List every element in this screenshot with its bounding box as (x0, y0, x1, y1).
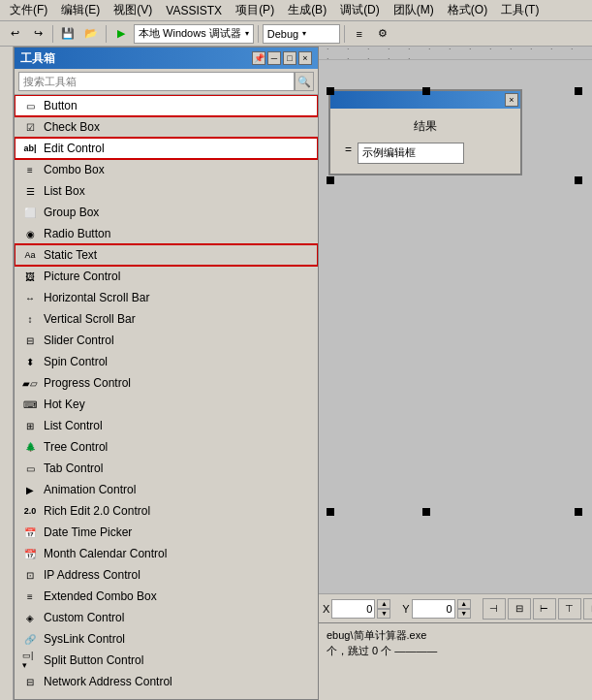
y-spin-down[interactable]: ▼ (457, 609, 471, 619)
resize-handle-mr[interactable] (575, 176, 582, 184)
tool-item-spincontrol[interactable]: ⬍ Spin Control (15, 351, 318, 372)
tool-item-hscrollbar[interactable]: ↔ Horizontal Scroll Bar (15, 287, 318, 308)
y-spin-up[interactable]: ▲ (457, 599, 471, 609)
tool-item-vscrollbar[interactable]: ↕ Vertical Scroll Bar (15, 308, 318, 330)
tool-item-combobox[interactable]: ≡ Combo Box (15, 159, 318, 180)
monthcalendar-icon: 📆 (22, 546, 38, 561)
toolbox-pin-btn[interactable]: 📌 (252, 51, 265, 65)
resize-handle-tc[interactable] (422, 87, 430, 95)
tool-item-networkaddress[interactable]: ⊟ Network Address Control (15, 671, 318, 692)
vscrollbar-icon: ↕ (22, 311, 38, 327)
resize-handle-ml[interactable] (327, 176, 334, 184)
align-middle-btn[interactable]: ⊞ (583, 598, 592, 620)
toolbar-undo[interactable]: ↩ (4, 23, 25, 45)
tool-item-ipaddress[interactable]: ⊡ IP Address Control (15, 564, 318, 586)
menu-vassistx[interactable]: VASSISTX (160, 2, 228, 19)
toolbar-open[interactable]: 📂 (80, 23, 102, 45)
menu-debug[interactable]: 调试(D) (334, 0, 386, 20)
toolbox-search-input[interactable] (18, 72, 295, 91)
toolbox-search-bar: 🔍 (15, 69, 318, 95)
tool-label-tabcontrol: Tab Control (44, 461, 103, 475)
align-left-btn[interactable]: ⊣ (483, 598, 506, 620)
ipaddress-icon: ⊡ (22, 567, 38, 583)
tool-item-checkbox[interactable]: ☑ Check Box (15, 116, 318, 138)
toolbox-panel: 工具箱 📌 ─ □ × 🔍 ▭ Button ☑ Check Box (14, 47, 319, 700)
tool-item-listbox[interactable]: ☰ List Box (15, 180, 318, 202)
menu-tools[interactable]: 工具(T) (495, 0, 545, 20)
toolbox-close-btn[interactable]: × (298, 51, 312, 65)
menu-edit[interactable]: 编辑(E) (55, 0, 106, 20)
debug-target-dropdown[interactable]: 本地 Windows 调试器 ▾ (134, 24, 254, 44)
tool-item-customcontrol[interactable]: ◈ Custom Control (15, 607, 318, 628)
status-bar: ebug\简单计算器.exe 个，跳过 0 个 ———— (319, 622, 592, 700)
tool-item-button[interactable]: ▭ Button (15, 95, 318, 116)
tool-item-extendedcombo[interactable]: ≡ Extended Combo Box (15, 586, 318, 607)
dialog-body: 结果 = 示例编辑框 (330, 109, 520, 174)
toolbox-titlebar: 工具箱 📌 ─ □ × (15, 48, 318, 69)
menu-file[interactable]: 文件(F) (4, 0, 53, 20)
resize-handle-tr[interactable] (575, 87, 582, 95)
resize-handle-bc[interactable] (422, 508, 430, 516)
tool-item-treecontrol[interactable]: 🌲 Tree Control (15, 436, 318, 458)
radiobutton-icon: ◉ (22, 226, 38, 241)
tool-item-hotkey[interactable]: ⌨ Hot Key (15, 394, 318, 415)
config-dropdown[interactable]: Debug ▾ (263, 24, 340, 44)
tool-item-statictext[interactable]: Aa Static Text (15, 244, 318, 266)
align-buttons-group: ⊣ ⊟ ⊢ ⊤ ⊞ ⊥ ≡ ⊞ (483, 598, 592, 620)
editor-canvas[interactable]: × 结果 = 示例编辑框 (319, 60, 592, 593)
customcontrol-icon: ◈ (22, 610, 38, 625)
toolbar-play[interactable]: ▶ (110, 23, 132, 45)
x-input[interactable] (331, 599, 375, 619)
align-top-btn[interactable]: ⊤ (558, 598, 581, 620)
tool-label-splitbutton: Split Button Control (44, 653, 143, 667)
tool-label-extendedcombo: Extended Combo Box (44, 589, 157, 603)
tool-label-richedit: Rich Edit 2.0 Control (44, 504, 150, 518)
tool-item-animationcontrol[interactable]: ▶ Animation Control (15, 479, 318, 500)
tool-item-progresscontrol[interactable]: ▰▱ Progress Control (15, 372, 318, 394)
picturecontrol-icon: 🖼 (22, 269, 38, 284)
toolbox-minimize-btn[interactable]: ─ (267, 51, 281, 65)
menu-team[interactable]: 团队(M) (388, 0, 440, 20)
tool-label-statictext: Static Text (44, 248, 97, 262)
toolbar-extra2[interactable]: ⚙ (372, 23, 393, 45)
debug-target-arrow: ▾ (245, 29, 249, 38)
tool-item-groupbox[interactable]: ⬜ Group Box (15, 202, 318, 223)
tool-item-richedit[interactable]: 2.0 Rich Edit 2.0 Control (15, 500, 318, 522)
tool-label-vscrollbar: Vertical Scroll Bar (44, 312, 136, 326)
status-line2: 个，跳过 0 个 ———— (327, 643, 584, 658)
tool-label-listbox: List Box (44, 184, 85, 198)
tool-item-listcontrol[interactable]: ⊞ List Control (15, 415, 318, 436)
tool-item-datetimepicker[interactable]: 📅 Date Time Picker (15, 522, 318, 543)
tool-item-monthcalendar[interactable]: 📆 Month Calendar Control (15, 543, 318, 564)
toolbar-save[interactable]: 💾 (57, 23, 78, 45)
resize-handle-bl[interactable] (327, 508, 334, 516)
resize-handle-br[interactable] (575, 508, 582, 516)
tool-item-syslinkcontrol[interactable]: 🔗 SysLink Control (15, 628, 318, 650)
toolbox-restore-btn[interactable]: □ (283, 51, 296, 65)
tabcontrol-icon: ▭ (22, 461, 38, 476)
align-right-btn[interactable]: ⊢ (533, 598, 556, 620)
y-input[interactable] (412, 599, 455, 619)
menu-build[interactable]: 生成(B) (282, 0, 332, 20)
resize-handle-tl[interactable] (327, 87, 334, 95)
x-spin-down[interactable]: ▼ (377, 609, 390, 619)
tool-item-slidercontrol[interactable]: ⊟ Slider Control (15, 330, 318, 351)
tool-item-picturecontrol[interactable]: 🖼 Picture Control (15, 266, 318, 287)
toolbar-redo[interactable]: ↪ (27, 23, 48, 45)
tool-item-splitbutton[interactable]: ▭|▾ Split Button Control (15, 650, 318, 671)
search-icon: 🔍 (297, 76, 311, 88)
menu-view[interactable]: 视图(V) (108, 0, 158, 20)
x-spin-up[interactable]: ▲ (377, 599, 390, 609)
menu-format[interactable]: 格式(O) (442, 0, 493, 20)
extendedcombo-icon: ≡ (22, 589, 38, 604)
menu-project[interactable]: 项目(P) (230, 0, 280, 20)
dialog-editbox[interactable]: 示例编辑框 (358, 143, 464, 164)
toolbox-search-button[interactable]: 🔍 (295, 72, 314, 91)
tool-item-radiobutton[interactable]: ◉ Radio Button (15, 223, 318, 244)
tool-label-slidercontrol: Slider Control (44, 334, 114, 347)
tool-item-editcontrol[interactable]: ab| Edit Control (15, 138, 318, 159)
align-center-btn[interactable]: ⊟ (508, 598, 531, 620)
dialog-close-icon[interactable]: × (505, 93, 518, 107)
tool-item-tabcontrol[interactable]: ▭ Tab Control (15, 458, 318, 479)
toolbar-extra1[interactable]: ≡ (349, 23, 370, 45)
